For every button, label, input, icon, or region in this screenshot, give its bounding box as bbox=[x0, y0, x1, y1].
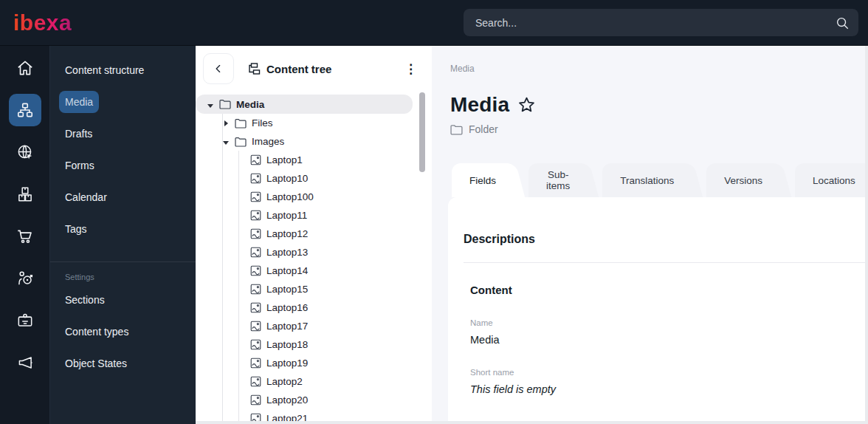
image-icon bbox=[250, 394, 261, 406]
breadcrumb[interactable]: Media bbox=[450, 64, 868, 74]
tree-options-kebab-icon[interactable]: ⋮ bbox=[400, 60, 421, 78]
content-tree-panel: Content tree ⋮ Media bbox=[196, 46, 432, 424]
tree-item-laptop21[interactable]: Laptop21 bbox=[196, 409, 413, 421]
tree-caret-icon[interactable] bbox=[222, 117, 230, 129]
sidebar-item-object-states[interactable]: Object States bbox=[59, 352, 133, 375]
tree-caret-icon[interactable] bbox=[238, 228, 245, 239]
tab-label: Versions bbox=[724, 175, 762, 186]
tree-item-laptop18[interactable]: Laptop18 bbox=[196, 335, 413, 354]
tree-item-laptop14[interactable]: Laptop14 bbox=[196, 261, 413, 280]
sidebar-item-media[interactable]: Media bbox=[59, 91, 99, 113]
admin-badge-icon[interactable] bbox=[9, 304, 41, 337]
tree-item-laptop19[interactable]: Laptop19 bbox=[196, 354, 413, 372]
field-row: Name Media bbox=[470, 318, 868, 346]
tab-locations[interactable]: Locations bbox=[795, 163, 868, 197]
menu-sidebar: Content structureMediaDraftsFormsCalenda… bbox=[50, 46, 196, 424]
tree-item-laptop10[interactable]: Laptop10 bbox=[196, 169, 413, 188]
site-globe-icon[interactable] bbox=[9, 136, 41, 168]
folder-icon bbox=[219, 99, 231, 109]
tree-item-laptop20[interactable]: Laptop20 bbox=[196, 391, 413, 409]
sidebar-item-forms[interactable]: Forms bbox=[59, 154, 100, 177]
tree-item-label: Laptop11 bbox=[266, 210, 307, 221]
tab-sub-items[interactable]: Sub-items bbox=[528, 163, 583, 197]
collapse-tree-button[interactable] bbox=[203, 53, 234, 84]
tree-item-label: Laptop20 bbox=[266, 394, 308, 406]
personalization-target-icon[interactable] bbox=[9, 262, 41, 295]
tab-fields[interactable]: Fields bbox=[452, 163, 509, 197]
tree-item-laptop2[interactable]: Laptop2 bbox=[196, 372, 413, 391]
ibexa-logo[interactable]: ibexa bbox=[13, 12, 72, 34]
tree-scrollbar-thumb[interactable] bbox=[419, 92, 425, 172]
tree-item-label: Laptop13 bbox=[266, 247, 308, 258]
sidebar-item-content-types[interactable]: Content types bbox=[59, 321, 134, 343]
field-group-heading: Content bbox=[470, 284, 868, 296]
tree-item-label: Laptop100 bbox=[266, 191, 314, 202]
image-icon bbox=[250, 228, 261, 239]
tree-caret-icon[interactable] bbox=[238, 154, 245, 165]
tree-caret-icon[interactable] bbox=[238, 376, 245, 387]
tree-item-label: Media bbox=[236, 99, 264, 110]
tree-item-laptop1[interactable]: Laptop1 bbox=[196, 151, 413, 169]
sidebar-item-drafts[interactable]: Drafts bbox=[59, 123, 98, 145]
tree-item-files[interactable]: Files bbox=[196, 114, 413, 132]
settings-section-label: Settings bbox=[65, 273, 196, 281]
tree-caret-icon[interactable] bbox=[238, 191, 245, 202]
tab-translations[interactable]: Translations bbox=[602, 163, 687, 197]
tree-item-laptop17[interactable]: Laptop17 bbox=[196, 317, 413, 335]
tree-item-laptop11[interactable]: Laptop11 bbox=[196, 206, 413, 225]
tree-caret-icon[interactable] bbox=[238, 358, 245, 369]
image-icon bbox=[250, 210, 261, 221]
tree-item-laptop100[interactable]: Laptop100 bbox=[196, 188, 413, 206]
content-structure-icon[interactable] bbox=[9, 94, 41, 126]
tree-caret-icon[interactable] bbox=[238, 265, 245, 276]
tree-caret-icon[interactable] bbox=[238, 173, 245, 184]
tree-caret-icon[interactable] bbox=[222, 136, 230, 147]
product-boxes-icon[interactable] bbox=[9, 178, 41, 211]
menu-item-label: Content types bbox=[65, 326, 128, 338]
tree-caret-icon[interactable] bbox=[238, 302, 245, 313]
menu-item-label: Drafts bbox=[65, 128, 92, 140]
sidebar-item-sections[interactable]: Sections bbox=[59, 289, 111, 311]
tree-item-label: Laptop10 bbox=[266, 173, 308, 184]
image-icon bbox=[250, 413, 261, 421]
tree-item-laptop12[interactable]: Laptop12 bbox=[196, 225, 413, 243]
image-icon bbox=[250, 302, 261, 313]
tree-item-label: Files bbox=[252, 117, 273, 129]
tab-bar: FieldsSub-itemsTranslationsVersionsLocat… bbox=[452, 163, 868, 197]
bookmark-star-button[interactable] bbox=[517, 95, 537, 115]
search-input[interactable] bbox=[475, 17, 835, 29]
home-icon[interactable] bbox=[9, 52, 41, 84]
topbar: ibexa bbox=[0, 0, 868, 46]
tree-caret-icon[interactable] bbox=[238, 394, 245, 406]
sidebar-item-calendar[interactable]: Calendar bbox=[59, 186, 113, 208]
tree-item-label: Laptop2 bbox=[266, 376, 303, 387]
tree-caret-icon[interactable] bbox=[238, 321, 245, 332]
tree-caret-icon[interactable] bbox=[238, 247, 245, 258]
field-row: Short name This field is empty bbox=[470, 368, 868, 395]
tree-caret-icon[interactable] bbox=[238, 210, 245, 221]
tree-item-laptop16[interactable]: Laptop16 bbox=[196, 298, 413, 317]
window-edge bbox=[196, 421, 868, 424]
content-tree-list: Media Files Images bbox=[196, 95, 432, 421]
image-icon bbox=[250, 358, 261, 369]
image-icon bbox=[250, 191, 261, 202]
tree-caret-icon[interactable] bbox=[238, 284, 245, 295]
field-label: Short name bbox=[470, 368, 868, 377]
tree-item-media[interactable]: Media bbox=[196, 95, 413, 114]
tab-versions[interactable]: Versions bbox=[706, 163, 776, 197]
tree-item-images[interactable]: Images bbox=[196, 132, 413, 151]
tree-item-laptop13[interactable]: Laptop13 bbox=[196, 243, 413, 261]
tree-caret-icon[interactable] bbox=[207, 99, 214, 110]
tree-item-label: Laptop15 bbox=[266, 284, 308, 295]
tree-caret-icon[interactable] bbox=[238, 339, 245, 350]
sidebar-item-content-structure[interactable]: Content structure bbox=[59, 59, 150, 81]
megaphone-icon[interactable] bbox=[9, 346, 41, 379]
image-icon bbox=[250, 376, 261, 387]
tree-item-label: Images bbox=[252, 136, 284, 147]
tree-item-laptop15[interactable]: Laptop15 bbox=[196, 280, 413, 298]
cart-icon[interactable] bbox=[9, 220, 41, 253]
content-type-row: Folder bbox=[450, 123, 868, 135]
sidebar-item-tags[interactable]: Tags bbox=[59, 218, 93, 240]
tree-item-label: Laptop21 bbox=[266, 413, 308, 421]
tree-caret-icon[interactable] bbox=[238, 413, 245, 421]
